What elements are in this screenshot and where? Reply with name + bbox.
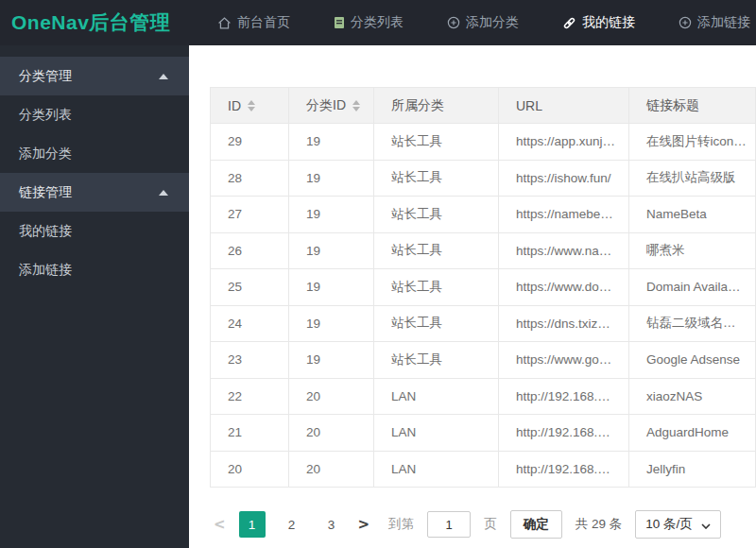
table-cell: https://www.na… bbox=[499, 232, 629, 269]
table-cell: https://namebe… bbox=[499, 197, 629, 233]
column-header: 链接标题 bbox=[629, 88, 756, 124]
sidebar-item-add-category[interactable]: 添加分类 bbox=[0, 134, 189, 173]
topbar-nav-add-category[interactable]: 添加分类 bbox=[447, 14, 519, 31]
column-header-label: 所属分类 bbox=[391, 97, 444, 114]
goto-page-input[interactable] bbox=[427, 511, 471, 538]
page-size-value: 10 条/页 bbox=[645, 516, 693, 533]
table-cell: 站长工具 bbox=[374, 342, 499, 379]
topbar-nav-label: 我的链接 bbox=[582, 14, 635, 31]
table-cell: 26 bbox=[211, 232, 289, 269]
table-cell: https://ishow.fun/ bbox=[499, 160, 629, 197]
table-cell: 站长工具 bbox=[374, 124, 499, 161]
sort-icon[interactable] bbox=[248, 100, 255, 111]
app-logo: OneNav后台管理 bbox=[0, 9, 189, 36]
table-cell: Jellyfin bbox=[629, 451, 756, 488]
table-cell: 23 bbox=[211, 342, 289, 379]
chevron-down-icon bbox=[701, 518, 711, 532]
goto-label: 到第 bbox=[388, 516, 414, 533]
table-cell: xiaozNAS bbox=[629, 378, 756, 415]
page-unit-label: 页 bbox=[484, 516, 497, 533]
sidebar-item-category-list[interactable]: 分类列表 bbox=[0, 95, 189, 134]
table-cell: Google Adsense bbox=[629, 342, 756, 379]
plus-circle-icon bbox=[679, 16, 692, 29]
table-row: 2020LANhttp://192.168.…Jellyfin bbox=[211, 451, 756, 488]
sidebar: 分类管理分类列表添加分类链接管理我的链接添加链接 bbox=[0, 45, 189, 548]
page-button-1[interactable]: 1 bbox=[239, 511, 266, 538]
column-header: URL bbox=[499, 88, 629, 124]
table-cell: 20 bbox=[289, 378, 374, 415]
column-header-label: URL bbox=[516, 98, 542, 113]
table-cell: 站长工具 bbox=[374, 197, 499, 233]
confirm-button[interactable]: 确定 bbox=[510, 510, 562, 539]
table-cell: LAN bbox=[374, 451, 499, 488]
chevron-up-icon bbox=[159, 74, 168, 79]
links-table: ID分类ID所属分类URL链接标题 2919站长工具https://app.xu… bbox=[210, 87, 756, 488]
table-cell: 在线扒站高级版 bbox=[629, 160, 756, 197]
sort-icon[interactable] bbox=[352, 100, 360, 111]
table-cell: 钻磊二级域名… bbox=[629, 305, 756, 342]
table-cell: Domain Availa… bbox=[629, 269, 756, 306]
topbar-nav-add-links[interactable]: 添加链接 bbox=[679, 14, 750, 31]
page-button-3[interactable]: 3 bbox=[318, 511, 345, 538]
topbar-nav-category-list[interactable]: 分类列表 bbox=[334, 14, 404, 31]
table-cell: 在线图片转icon… bbox=[629, 124, 756, 161]
prev-page-button[interactable]: < bbox=[214, 516, 226, 533]
topbar-nav-label: 分类列表 bbox=[351, 14, 404, 31]
table-cell: 站长工具 bbox=[374, 232, 499, 269]
sidebar-section-category-manage[interactable]: 分类管理 bbox=[0, 57, 189, 95]
table-row: 2319站长工具https://www.go…Google Adsense bbox=[211, 342, 756, 379]
chevron-up-icon bbox=[159, 190, 168, 196]
table-cell: https://www.do… bbox=[499, 269, 629, 306]
page-buttons: 123 bbox=[239, 511, 345, 538]
table-cell: 19 bbox=[289, 124, 374, 161]
sidebar-section-label: 分类管理 bbox=[19, 68, 72, 85]
column-header-label: 链接标题 bbox=[646, 97, 699, 114]
page-size-select[interactable]: 10 条/页 bbox=[635, 510, 721, 539]
column-header: ID bbox=[211, 88, 289, 124]
topbar-nav: 前台首页分类列表添加分类我的链接添加链接 bbox=[217, 14, 750, 31]
table-cell: 站长工具 bbox=[374, 305, 499, 342]
table-row: 2619站长工具https://www.na…哪煮米 bbox=[211, 232, 756, 269]
table-cell: 19 bbox=[289, 305, 374, 342]
table-cell: 22 bbox=[211, 378, 289, 415]
table-cell: 19 bbox=[289, 232, 374, 269]
table-cell: 28 bbox=[211, 160, 289, 197]
link-icon bbox=[562, 16, 576, 30]
topbar-nav-label: 添加分类 bbox=[466, 14, 519, 31]
table-cell: 25 bbox=[211, 269, 289, 306]
pagination: < 123 > 到第 页 确定 共 29 条 10 条/页 bbox=[214, 510, 721, 539]
links-table-wrap: ID分类ID所属分类URL链接标题 2919站长工具https://app.xu… bbox=[210, 87, 756, 488]
table-row: 2419站长工具https://dns.txiz…钻磊二级域名… bbox=[211, 305, 756, 342]
table-header-row: ID分类ID所属分类URL链接标题 bbox=[211, 88, 756, 124]
table-cell: NameBeta bbox=[629, 197, 756, 233]
sidebar-section-link-manage[interactable]: 链接管理 bbox=[0, 173, 189, 212]
column-header: 所属分类 bbox=[374, 88, 499, 124]
table-cell: 站长工具 bbox=[374, 269, 499, 306]
topbar-nav-home[interactable]: 前台首页 bbox=[217, 14, 290, 31]
page-button-2[interactable]: 2 bbox=[279, 511, 305, 538]
table-cell: 哪煮米 bbox=[629, 232, 756, 269]
table-cell: https://www.go… bbox=[499, 342, 629, 379]
next-page-button[interactable]: > bbox=[358, 516, 370, 533]
table-cell: LAN bbox=[374, 378, 499, 415]
table-cell: 29 bbox=[211, 124, 289, 161]
table-cell: 19 bbox=[289, 269, 374, 306]
table-cell: https://app.xunj… bbox=[499, 124, 629, 161]
plus-circle-icon bbox=[447, 16, 460, 29]
table-cell: http://192.168.… bbox=[499, 451, 629, 488]
main-content: ID分类ID所属分类URL链接标题 2919站长工具https://app.xu… bbox=[189, 45, 756, 548]
table-cell: AdguardHome bbox=[629, 415, 756, 452]
sidebar-section-label: 链接管理 bbox=[19, 184, 72, 201]
table-cell: http://192.168.… bbox=[499, 378, 629, 415]
column-header: 分类ID bbox=[289, 88, 374, 124]
sidebar-item-my-links[interactable]: 我的链接 bbox=[0, 212, 189, 250]
table-cell: 20 bbox=[289, 415, 374, 452]
home-icon bbox=[217, 16, 232, 30]
total-count-label: 共 29 条 bbox=[576, 516, 623, 533]
sidebar-item-add-links[interactable]: 添加链接 bbox=[0, 250, 189, 289]
table-row: 2719站长工具https://namebe…NameBeta bbox=[211, 197, 756, 233]
table-cell: 19 bbox=[289, 160, 374, 197]
table-cell: 19 bbox=[289, 197, 374, 233]
topbar-nav-my-links[interactable]: 我的链接 bbox=[562, 14, 635, 31]
table-cell: 站长工具 bbox=[374, 160, 499, 197]
